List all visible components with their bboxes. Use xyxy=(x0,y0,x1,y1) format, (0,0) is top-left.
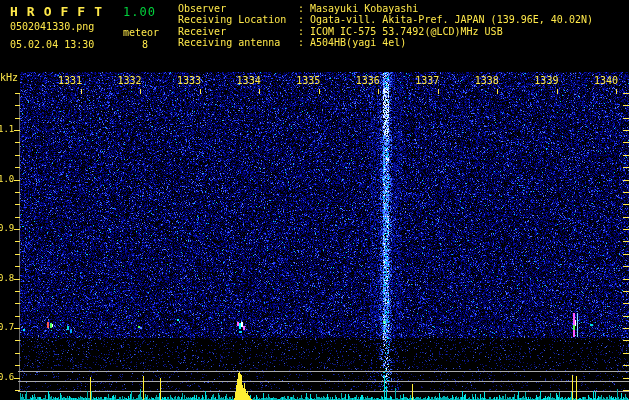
time-tick-label: 1336 xyxy=(356,76,380,86)
time-tick-label: 1338 xyxy=(475,76,499,86)
time-tick-label: 1332 xyxy=(118,76,142,86)
time-tick-label: 1331 xyxy=(58,76,82,86)
date-time-label: 05.02.04 13:30 xyxy=(10,40,94,50)
mode-label: meteor xyxy=(123,28,159,38)
observer-info-block: Observer:Masayuki KobayashiReceiving Loc… xyxy=(178,4,593,49)
freq-tick-label: 0.8 xyxy=(0,274,14,283)
time-tick-label: 1337 xyxy=(415,76,439,86)
time-tick-label: 1339 xyxy=(534,76,558,86)
freq-tick-label: 0.6 xyxy=(0,373,14,382)
time-tick-label: 1333 xyxy=(177,76,201,86)
info-separator: : xyxy=(298,27,310,37)
info-label: Observer xyxy=(178,4,298,14)
info-separator: : xyxy=(298,38,310,48)
info-value: A504HB(yagi 4el) xyxy=(310,37,406,48)
freq-tick-label: 1.0 xyxy=(0,175,14,184)
info-label: Receiving Location xyxy=(178,15,298,25)
freq-tick-label: 1.1 xyxy=(0,125,14,134)
info-row: Receiving antenna:A504HB(yagi 4el) xyxy=(178,38,593,49)
output-file-name: 0502041330.png xyxy=(10,22,94,32)
hrofft-window: HROFFT 1.00 0502041330.png meteor 05.02.… xyxy=(0,0,629,400)
y-axis-unit-label: kHz xyxy=(0,73,18,83)
time-tick-label: 1334 xyxy=(237,76,261,86)
info-value: ICOM IC-575 53.7492(@LCD)MHz USB xyxy=(310,26,503,37)
echo-count: 8 xyxy=(142,40,148,50)
info-label: Receiving antenna xyxy=(178,38,298,48)
spectrogram-canvas xyxy=(0,0,629,400)
app-version: 1.00 xyxy=(123,6,156,18)
info-value: Masayuki Kobayashi xyxy=(310,3,418,14)
info-value: Ogata-vill. Akita-Pref. JAPAN (139.96E, … xyxy=(310,14,593,25)
app-title: HROFFT xyxy=(10,5,111,18)
freq-tick-label: 0.9 xyxy=(0,224,14,233)
time-tick-label: 1340 xyxy=(594,76,618,86)
time-tick-label: 1335 xyxy=(296,76,320,86)
freq-tick-label: 0.7 xyxy=(0,323,14,332)
info-separator: : xyxy=(298,15,310,25)
info-label: Receiver xyxy=(178,27,298,37)
info-separator: : xyxy=(298,4,310,14)
